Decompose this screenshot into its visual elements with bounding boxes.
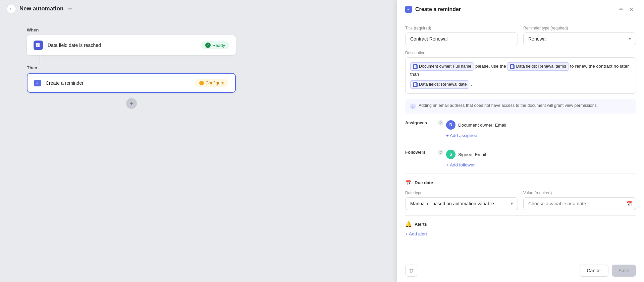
value-calendar-icon: 📅 <box>626 201 632 206</box>
panel-checkbox: ✓ <box>405 6 412 13</box>
followers-row: Followers ? S Signee: Email + Add follow… <box>405 150 636 168</box>
description-section: Description 📄 Document owner: Full name … <box>405 51 636 94</box>
panel-footer: Cancel Save <box>397 259 644 282</box>
back-button[interactable]: ← <box>7 4 16 13</box>
desc-text-1: please, use the <box>475 64 507 69</box>
assignees-label: Assignees <box>405 120 435 125</box>
trigger-text: Data field date is reached <box>48 43 197 48</box>
add-step-button[interactable]: + <box>126 98 137 109</box>
connector-line <box>40 55 40 65</box>
divider-2 <box>405 173 636 174</box>
right-panel: ✓ Create a reminder ✏ ✕ Title (required)… <box>397 0 644 282</box>
info-banner: ℹ Adding an email address that does not … <box>405 99 636 114</box>
date-type-group: Date type Manual or based on automation … <box>405 191 518 210</box>
value-input-wrapper: 📅 <box>523 197 636 210</box>
configure-dot <box>199 81 204 85</box>
assignees-help-icon[interactable]: ? <box>438 120 443 126</box>
desc-chip-icon-3: 📄 <box>413 82 418 87</box>
follower-name: Signee: Email <box>458 152 486 157</box>
save-button[interactable]: Save <box>612 265 636 277</box>
assignees-row: Assignees ? D Document owner: Email + Ad… <box>405 120 636 139</box>
assignees-content: D Document owner: Email + Add assignee <box>446 120 636 139</box>
then-section: Then ✓ Create a reminder Configure <box>27 65 236 93</box>
assignee-avatar: D <box>446 120 455 130</box>
add-alert-button[interactable]: + Add alert <box>405 231 636 236</box>
delete-button[interactable] <box>405 265 417 277</box>
value-input[interactable] <box>523 197 636 210</box>
action-card[interactable]: ✓ Create a reminder Configure <box>27 73 236 93</box>
configure-badge: Configure <box>195 79 228 87</box>
desc-chip-icon-1: 📄 <box>413 64 418 69</box>
footer-buttons: Cancel Save <box>580 265 636 277</box>
configure-label: Configure <box>206 80 224 85</box>
follower-item: S Signee: Email <box>446 150 636 159</box>
value-label: Value (required) <box>523 191 636 195</box>
close-button[interactable]: ✕ <box>627 5 636 14</box>
reminder-type-select[interactable]: Renewal <box>523 32 636 45</box>
divider-1 <box>405 144 636 144</box>
description-box[interactable]: 📄 Document owner: Full name please, use … <box>405 57 636 94</box>
desc-chip-renewal-date: 📄 Data fields: Renewal date <box>410 80 469 89</box>
canvas-area: When Data field date is reached ✓ Ready … <box>0 17 263 119</box>
ready-badge: ✓ Ready <box>201 41 229 49</box>
svg-rect-3 <box>37 46 38 46</box>
calendar-icon: 📅 <box>405 179 412 186</box>
panel-header: ✓ Create a reminder ✏ ✕ <box>397 0 644 19</box>
reminder-type-select-wrapper: Renewal ▼ <box>523 32 636 45</box>
followers-label: Followers <box>405 150 435 155</box>
reminder-type-label: Reminder type (required) <box>523 26 636 30</box>
followers-content: S Signee: Email + Add follower <box>446 150 636 168</box>
due-date-label: Due date <box>415 180 433 185</box>
follower-avatar: S <box>446 150 455 159</box>
title-input[interactable] <box>405 32 518 45</box>
assignee-item: D Document owner: Email <box>446 120 636 130</box>
page-title: New automation <box>19 5 63 12</box>
bell-icon: 🔔 <box>405 221 412 227</box>
due-date-header: 📅 Due date <box>405 179 636 186</box>
description-label: Description <box>405 51 636 55</box>
divider-3 <box>405 215 636 216</box>
due-date-section: 📅 Due date Date type Manual or based on … <box>405 179 636 210</box>
top-bar: ← New automation ✏ <box>0 0 263 17</box>
svg-rect-2 <box>37 45 39 45</box>
alerts-section: 🔔 Alerts + Add alert <box>405 221 636 236</box>
assignee-name: Document owner: Email <box>458 123 506 128</box>
date-type-select[interactable]: Manual or based on automation variable <box>405 197 518 210</box>
trigger-doc-icon <box>34 41 43 50</box>
cancel-button[interactable]: Cancel <box>580 265 608 277</box>
then-label: Then <box>27 65 236 70</box>
date-fields-row: Date type Manual or based on automation … <box>405 191 636 210</box>
add-follower-button[interactable]: + Add follower <box>446 162 636 168</box>
title-label: Title (required) <box>405 26 518 30</box>
trigger-card[interactable]: Data field date is reached ✓ Ready <box>27 35 236 55</box>
followers-help-icon[interactable]: ? <box>438 150 443 155</box>
edit-title-icon[interactable]: ✏ <box>67 5 73 12</box>
panel-edit-icon[interactable]: ✏ <box>619 7 623 12</box>
value-group: Value (required) 📅 <box>523 191 636 210</box>
trash-icon <box>409 268 414 273</box>
panel-body: Title (required) Reminder type (required… <box>397 19 644 259</box>
action-text: Create a reminder <box>46 80 191 86</box>
title-group: Title (required) <box>405 26 518 45</box>
date-type-select-wrapper: Manual or based on automation variable ▼ <box>405 197 518 210</box>
when-label: When <box>27 27 236 32</box>
desc-chip-icon-2: 📄 <box>510 64 515 69</box>
reminder-type-group: Reminder type (required) Renewal ▼ <box>523 26 636 45</box>
action-checkbox: ✓ <box>34 80 41 86</box>
ready-label: Ready <box>212 43 225 48</box>
desc-chip-renewal-terms: 📄 Data fields: Renewal terms <box>507 62 569 71</box>
left-panel: ← New automation ✏ When Data field date … <box>0 0 263 282</box>
alerts-header: 🔔 Alerts <box>405 221 636 227</box>
add-assignee-button[interactable]: + Add assignee <box>446 132 636 139</box>
desc-text-3: . <box>471 82 472 87</box>
info-banner-text: Adding an email address that does not ha… <box>419 103 598 108</box>
date-type-label: Date type <box>405 191 518 195</box>
panel-title: Create a reminder <box>415 6 616 12</box>
ready-dot: ✓ <box>205 43 211 48</box>
title-type-row: Title (required) Reminder type (required… <box>405 26 636 45</box>
svg-rect-1 <box>37 44 39 44</box>
desc-chip-owner: 📄 Document owner: Full name <box>410 62 474 71</box>
info-icon: ℹ <box>410 103 416 110</box>
alerts-label: Alerts <box>415 222 427 227</box>
